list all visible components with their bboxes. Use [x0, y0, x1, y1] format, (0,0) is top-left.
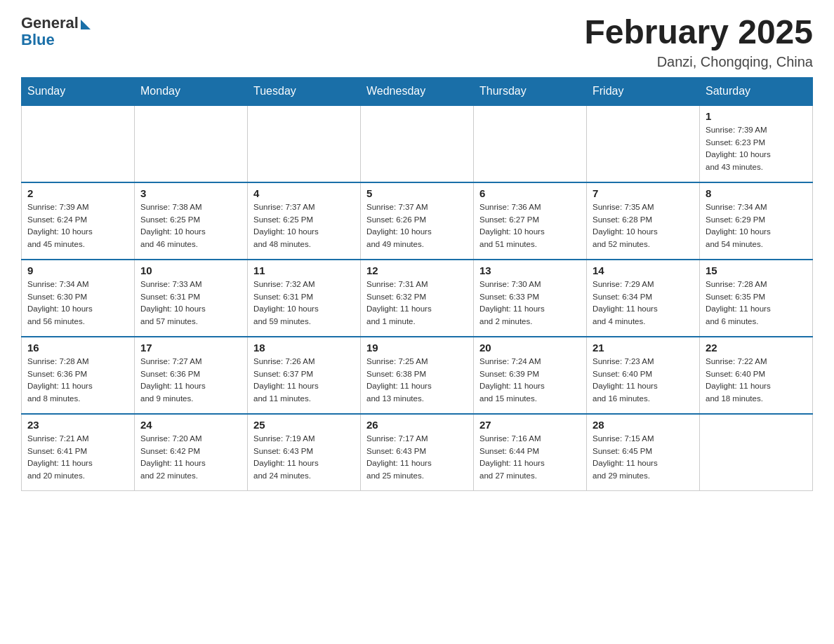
day-info: Sunrise: 7:39 AM Sunset: 6:24 PM Dayligh… — [27, 201, 128, 251]
day-info: Sunrise: 7:21 AM Sunset: 6:41 PM Dayligh… — [27, 433, 128, 483]
day-number: 23 — [27, 419, 128, 431]
weekday-header-monday: Monday — [135, 77, 248, 105]
title-section: February 2025 Danzi, Chongqing, China — [584, 14, 813, 70]
calendar-cell: 6Sunrise: 7:36 AM Sunset: 6:27 PM Daylig… — [474, 182, 587, 260]
calendar-cell: 4Sunrise: 7:37 AM Sunset: 6:25 PM Daylig… — [248, 182, 361, 260]
weekday-header-row: SundayMondayTuesdayWednesdayThursdayFrid… — [22, 77, 813, 105]
logo-general-text: General — [21, 14, 79, 32]
month-title: February 2025 — [584, 14, 813, 51]
day-number: 7 — [593, 187, 694, 199]
week-row-3: 9Sunrise: 7:34 AM Sunset: 6:30 PM Daylig… — [22, 260, 813, 337]
logo-arrow-icon — [81, 20, 91, 29]
calendar-cell — [587, 105, 700, 182]
day-info: Sunrise: 7:34 AM Sunset: 6:29 PM Dayligh… — [706, 201, 807, 251]
day-info: Sunrise: 7:29 AM Sunset: 6:34 PM Dayligh… — [593, 279, 694, 328]
day-number: 6 — [479, 187, 581, 199]
day-info: Sunrise: 7:35 AM Sunset: 6:28 PM Dayligh… — [593, 201, 694, 251]
day-number: 12 — [366, 264, 468, 276]
calendar-cell: 27Sunrise: 7:16 AM Sunset: 6:44 PM Dayli… — [474, 414, 587, 491]
day-info: Sunrise: 7:32 AM Sunset: 6:31 PM Dayligh… — [253, 279, 355, 328]
day-number: 21 — [593, 342, 694, 354]
day-info: Sunrise: 7:36 AM Sunset: 6:27 PM Dayligh… — [479, 201, 581, 251]
day-info: Sunrise: 7:22 AM Sunset: 6:40 PM Dayligh… — [706, 356, 807, 405]
calendar-cell — [248, 105, 361, 182]
day-info: Sunrise: 7:30 AM Sunset: 6:33 PM Dayligh… — [479, 279, 581, 328]
calendar-cell: 22Sunrise: 7:22 AM Sunset: 6:40 PM Dayli… — [700, 337, 813, 414]
calendar-table: SundayMondayTuesdayWednesdayThursdayFrid… — [21, 77, 813, 492]
day-info: Sunrise: 7:28 AM Sunset: 6:36 PM Dayligh… — [27, 356, 128, 405]
location-text: Danzi, Chongqing, China — [584, 54, 813, 70]
day-info: Sunrise: 7:37 AM Sunset: 6:25 PM Dayligh… — [253, 201, 355, 251]
week-row-2: 2Sunrise: 7:39 AM Sunset: 6:24 PM Daylig… — [22, 182, 813, 260]
day-info: Sunrise: 7:34 AM Sunset: 6:30 PM Dayligh… — [27, 279, 128, 328]
weekday-header-wednesday: Wednesday — [361, 77, 474, 105]
day-number: 10 — [140, 264, 241, 276]
calendar-cell: 8Sunrise: 7:34 AM Sunset: 6:29 PM Daylig… — [700, 182, 813, 260]
calendar-cell: 21Sunrise: 7:23 AM Sunset: 6:40 PM Dayli… — [587, 337, 700, 414]
day-number: 2 — [27, 187, 128, 199]
day-info: Sunrise: 7:25 AM Sunset: 6:38 PM Dayligh… — [366, 356, 468, 405]
day-number: 16 — [27, 342, 128, 354]
calendar-cell: 19Sunrise: 7:25 AM Sunset: 6:38 PM Dayli… — [361, 337, 474, 414]
calendar-cell — [700, 414, 813, 491]
weekday-header-friday: Friday — [587, 77, 700, 105]
day-number: 25 — [253, 419, 355, 431]
calendar-cell — [135, 105, 248, 182]
day-number: 13 — [479, 264, 581, 276]
day-number: 18 — [253, 342, 355, 354]
day-number: 17 — [140, 342, 241, 354]
day-info: Sunrise: 7:17 AM Sunset: 6:43 PM Dayligh… — [366, 433, 468, 483]
week-row-1: 1Sunrise: 7:39 AM Sunset: 6:23 PM Daylig… — [22, 105, 813, 182]
day-info: Sunrise: 7:15 AM Sunset: 6:45 PM Dayligh… — [593, 433, 694, 483]
day-info: Sunrise: 7:28 AM Sunset: 6:35 PM Dayligh… — [706, 279, 807, 328]
day-number: 5 — [366, 187, 468, 199]
calendar-cell: 10Sunrise: 7:33 AM Sunset: 6:31 PM Dayli… — [135, 260, 248, 337]
day-info: Sunrise: 7:39 AM Sunset: 6:23 PM Dayligh… — [706, 124, 807, 174]
calendar-cell: 2Sunrise: 7:39 AM Sunset: 6:24 PM Daylig… — [22, 182, 135, 260]
calendar-cell: 9Sunrise: 7:34 AM Sunset: 6:30 PM Daylig… — [22, 260, 135, 337]
day-number: 8 — [706, 187, 807, 199]
logo: General Blue — [21, 14, 91, 49]
day-number: 22 — [706, 342, 807, 354]
day-number: 3 — [140, 187, 241, 199]
calendar-cell: 20Sunrise: 7:24 AM Sunset: 6:39 PM Dayli… — [474, 337, 587, 414]
calendar-cell: 16Sunrise: 7:28 AM Sunset: 6:36 PM Dayli… — [22, 337, 135, 414]
calendar-cell: 18Sunrise: 7:26 AM Sunset: 6:37 PM Dayli… — [248, 337, 361, 414]
day-number: 9 — [27, 264, 128, 276]
day-number: 19 — [366, 342, 468, 354]
day-number: 27 — [479, 419, 581, 431]
calendar-cell: 24Sunrise: 7:20 AM Sunset: 6:42 PM Dayli… — [135, 414, 248, 491]
weekday-header-saturday: Saturday — [700, 77, 813, 105]
day-info: Sunrise: 7:24 AM Sunset: 6:39 PM Dayligh… — [479, 356, 581, 405]
day-info: Sunrise: 7:20 AM Sunset: 6:42 PM Dayligh… — [140, 433, 241, 483]
calendar-cell: 13Sunrise: 7:30 AM Sunset: 6:33 PM Dayli… — [474, 260, 587, 337]
calendar-cell: 11Sunrise: 7:32 AM Sunset: 6:31 PM Dayli… — [248, 260, 361, 337]
day-info: Sunrise: 7:38 AM Sunset: 6:25 PM Dayligh… — [140, 201, 241, 251]
day-info: Sunrise: 7:16 AM Sunset: 6:44 PM Dayligh… — [479, 433, 581, 483]
calendar-cell: 15Sunrise: 7:28 AM Sunset: 6:35 PM Dayli… — [700, 260, 813, 337]
calendar-cell: 23Sunrise: 7:21 AM Sunset: 6:41 PM Dayli… — [22, 414, 135, 491]
calendar-cell: 3Sunrise: 7:38 AM Sunset: 6:25 PM Daylig… — [135, 182, 248, 260]
day-number: 14 — [593, 264, 694, 276]
week-row-4: 16Sunrise: 7:28 AM Sunset: 6:36 PM Dayli… — [22, 337, 813, 414]
calendar-cell: 12Sunrise: 7:31 AM Sunset: 6:32 PM Dayli… — [361, 260, 474, 337]
page-header: General Blue February 2025 Danzi, Chongq… — [21, 14, 813, 70]
calendar-cell: 5Sunrise: 7:37 AM Sunset: 6:26 PM Daylig… — [361, 182, 474, 260]
day-number: 26 — [366, 419, 468, 431]
day-number: 20 — [479, 342, 581, 354]
day-info: Sunrise: 7:23 AM Sunset: 6:40 PM Dayligh… — [593, 356, 694, 405]
logo-blue-text: Blue — [21, 31, 55, 49]
day-number: 15 — [706, 264, 807, 276]
weekday-header-thursday: Thursday — [474, 77, 587, 105]
day-number: 28 — [593, 419, 694, 431]
calendar-cell: 14Sunrise: 7:29 AM Sunset: 6:34 PM Dayli… — [587, 260, 700, 337]
calendar-cell: 28Sunrise: 7:15 AM Sunset: 6:45 PM Dayli… — [587, 414, 700, 491]
calendar-cell — [361, 105, 474, 182]
day-number: 1 — [706, 110, 807, 122]
day-info: Sunrise: 7:37 AM Sunset: 6:26 PM Dayligh… — [366, 201, 468, 251]
day-number: 11 — [253, 264, 355, 276]
day-info: Sunrise: 7:19 AM Sunset: 6:43 PM Dayligh… — [253, 433, 355, 483]
day-info: Sunrise: 7:26 AM Sunset: 6:37 PM Dayligh… — [253, 356, 355, 405]
calendar-cell: 7Sunrise: 7:35 AM Sunset: 6:28 PM Daylig… — [587, 182, 700, 260]
day-number: 4 — [253, 187, 355, 199]
